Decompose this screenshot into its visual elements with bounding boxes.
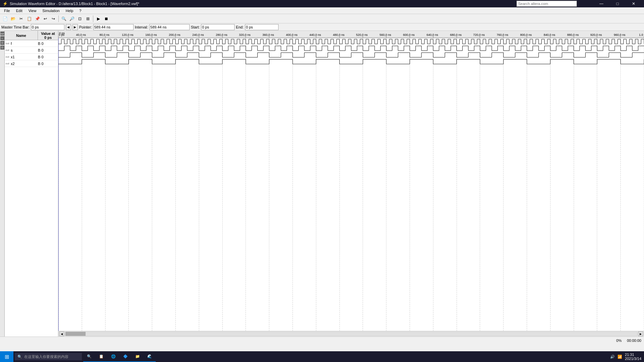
scroll-left-button[interactable]: ◀ xyxy=(59,331,64,336)
sidebar-icon-out[interactable]: out xyxy=(0,32,4,36)
scroll-thumb[interactable] xyxy=(65,332,86,336)
toolbar-btn-10[interactable]: ⊡ xyxy=(76,15,84,22)
signal-icon-f: out xyxy=(5,40,10,47)
signal-row-x1[interactable]: out x1 B 0 xyxy=(5,54,58,60)
start-label: Start: xyxy=(191,25,200,29)
signal-value-f: B 0 xyxy=(38,42,58,46)
clock-date: 2021/3/14 xyxy=(625,357,641,361)
menu-item-help[interactable]: Help xyxy=(63,8,76,13)
taskbar-app-folder[interactable]: 📁 xyxy=(132,351,144,362)
signal-row-f[interactable]: out f B 0 xyxy=(5,40,58,47)
scroll-track[interactable] xyxy=(65,331,637,336)
minimize-button[interactable]: — xyxy=(594,0,609,7)
name-column-header: Name xyxy=(5,31,38,40)
toolbar-btn-14[interactable]: ⏹ xyxy=(103,15,110,22)
clock-time: 21:31 xyxy=(625,353,634,357)
waveform-canvas[interactable] xyxy=(58,38,644,331)
left-sidebar: out ≈ ⊡ ⊡ xyxy=(0,31,5,337)
taskbar-app-search[interactable]: 🔍 xyxy=(83,351,95,362)
titlebar-controls: — □ ✕ xyxy=(594,0,641,7)
maximize-button[interactable]: □ xyxy=(610,0,625,7)
signal-row-x2[interactable]: out x2 B 0 xyxy=(5,60,58,67)
end-label: End: xyxy=(236,25,244,29)
taskbar-app-files[interactable]: 📋 xyxy=(95,351,107,362)
interval-label: Interval: xyxy=(135,25,148,29)
toolbar-btn-13[interactable]: ▶ xyxy=(95,15,102,22)
menu-item-simulation[interactable]: Simulation xyxy=(40,8,62,13)
taskbar-app-edge[interactable]: 🌐 xyxy=(107,351,119,362)
menu-item-file[interactable]: File xyxy=(1,8,13,13)
taskbar-search[interactable]: 🔍 在这里输入你要搜索的内容 xyxy=(15,353,82,360)
signal-icon-s: out xyxy=(5,47,10,54)
toolbar-btn-1[interactable]: 📂 xyxy=(9,15,17,22)
toolbar-btn-11[interactable]: ⊞ xyxy=(84,15,92,22)
value-column-header: Value at0 ps xyxy=(38,31,58,40)
sidebar-icon-2[interactable]: ≈ xyxy=(0,36,4,40)
toolbar-btn-0[interactable]: 📄 xyxy=(1,15,9,22)
time-next-button[interactable]: ▶ xyxy=(72,24,78,30)
signal-icon-x2: out xyxy=(5,60,10,67)
toolbar-btn-4[interactable]: 📌 xyxy=(34,15,41,22)
status-time: 00:00:00 xyxy=(627,339,641,343)
start-input[interactable] xyxy=(201,24,235,30)
titlebar-left: ⚡ Simulation Waveform Editor - D:/altera… xyxy=(3,1,139,6)
sidebar-icon-4[interactable]: ⊡ xyxy=(0,46,4,50)
toolbar-btn-9[interactable]: 🔎 xyxy=(68,15,76,22)
close-button[interactable]: ✕ xyxy=(626,0,641,7)
search-icon: 🔍 xyxy=(17,355,22,359)
ruler xyxy=(58,31,644,38)
signal-value-x1: B 0 xyxy=(38,55,58,59)
statusbar: 0% 00:00:00 xyxy=(0,337,644,344)
taskbar-network-icon: 🔊 xyxy=(610,355,615,359)
start-button[interactable]: ⊞ xyxy=(0,351,13,362)
taskbar: ⊞ 🔍 在这里输入你要搜索的内容 🔍 📋 🌐 🔷 📁 🌊 🔊 📶 21:31 2… xyxy=(0,351,644,362)
taskbar-right: 🔊 📶 21:31 2021/3/14 xyxy=(610,353,644,361)
master-time-bar: Master Time Bar: ◀ ▶ Pointer: Interval: … xyxy=(0,23,644,31)
time-prev-button[interactable]: ◀ xyxy=(66,24,71,30)
menu-item-edit[interactable]: Edit xyxy=(13,8,25,13)
title-search-area xyxy=(516,0,577,7)
toolbar: 📄📂✂📋📌↩↪🔍🔎⊡⊞▶⏹ xyxy=(0,14,644,23)
signal-name-x1: x1 xyxy=(10,55,38,59)
ruler-canvas xyxy=(58,31,644,38)
titlebar: ⚡ Simulation Waveform Editor - D:/altera… xyxy=(0,0,644,7)
taskbar-time: 21:31 2021/3/14 xyxy=(625,353,641,361)
titlebar-title: Simulation Waveform Editor - D:/altera/1… xyxy=(10,2,139,6)
toolbar-btn-3[interactable]: 📋 xyxy=(26,15,33,22)
horizontal-scrollbar[interactable]: ◀ ▶ xyxy=(58,331,644,337)
waveform-area[interactable] xyxy=(58,38,644,331)
menu-item-?[interactable]: ? xyxy=(77,8,84,13)
menu-item-view[interactable]: View xyxy=(26,8,39,13)
signal-list: out f B 0 out s B 0 out x1 B 0 out x2 B … xyxy=(5,40,58,67)
main-area: out ≈ ⊡ ⊡ Name Value at0 ps out f B 0 ou… xyxy=(0,31,644,337)
menubar: FileEditViewSimulationHelp? xyxy=(0,7,644,14)
master-time-input[interactable] xyxy=(31,24,64,30)
scroll-right-button[interactable]: ▶ xyxy=(638,331,643,336)
toolbar-btn-5[interactable]: ↩ xyxy=(42,15,49,22)
pointer-input[interactable] xyxy=(93,24,134,30)
waveform-container: ◀ ▶ xyxy=(58,31,644,337)
toolbar-btn-8[interactable]: 🔍 xyxy=(60,15,67,22)
signal-name-x2: x2 xyxy=(10,62,38,66)
status-percent: 0% xyxy=(616,339,622,343)
taskbar-search-text: 在这里输入你要搜索的内容 xyxy=(24,354,68,359)
toolbar-separator-7 xyxy=(58,15,59,22)
pointer-label: Pointer: xyxy=(79,25,92,29)
signal-name-f: f xyxy=(10,42,38,46)
taskbar-app-blue[interactable]: 🔷 xyxy=(119,351,132,362)
taskbar-app-wave[interactable]: 🌊 xyxy=(144,351,156,362)
app-icon: ⚡ xyxy=(3,1,8,6)
end-input[interactable] xyxy=(245,24,279,30)
signal-value-x2: B 0 xyxy=(38,62,58,66)
master-time-label: Master Time Bar: xyxy=(1,25,30,29)
sidebar-icon-3[interactable]: ⊡ xyxy=(0,41,4,45)
signal-icon-x1: out xyxy=(5,54,10,60)
interval-input[interactable] xyxy=(149,24,190,30)
toolbar-btn-2[interactable]: ✂ xyxy=(17,15,25,22)
toolbar-btn-6[interactable]: ↪ xyxy=(50,15,57,22)
signal-row-s[interactable]: out s B 0 xyxy=(5,47,58,54)
search-input[interactable] xyxy=(516,1,577,7)
windows-icon: ⊞ xyxy=(5,354,9,360)
toolbar-separator-12 xyxy=(93,15,93,22)
signal-panel: Name Value at0 ps out f B 0 out s B 0 ou… xyxy=(5,31,58,337)
